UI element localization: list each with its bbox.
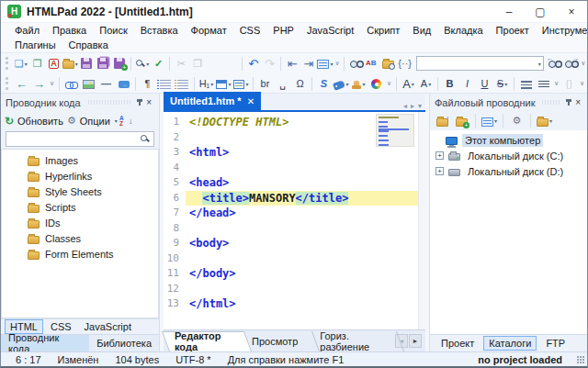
code-snippets-icon[interactable]: ▾ xyxy=(317,55,334,72)
copy-icon[interactable]: ❐ xyxy=(189,55,206,72)
bold-icon[interactable]: B xyxy=(441,75,458,93)
close-panel-icon[interactable]: × xyxy=(143,97,154,107)
pin-icon[interactable] xyxy=(136,97,143,107)
tree-folder-item[interactable]: Hyperlinks xyxy=(2,168,158,184)
gear-icon[interactable]: ⚙ xyxy=(67,115,76,127)
italic-icon[interactable]: I xyxy=(458,75,476,93)
toolbar-overflow-button[interactable]: ∨ xyxy=(580,60,587,67)
close-button[interactable]: × xyxy=(556,1,587,22)
menu-item[interactable]: Правка xyxy=(46,25,93,36)
comment-icon[interactable] xyxy=(115,75,132,93)
save-all-icon[interactable] xyxy=(95,55,111,72)
code-braces-icon[interactable]: {} xyxy=(560,75,578,93)
menu-item[interactable]: Поиск xyxy=(93,25,133,36)
font-size-icon[interactable]: A▾ xyxy=(417,75,435,93)
new-document-icon[interactable]: ❏▾ xyxy=(13,55,29,72)
tab-scroll-left-icon[interactable]: ◂ xyxy=(403,102,407,110)
open-folder-icon[interactable] xyxy=(434,112,451,129)
cut-icon[interactable]: ✂ xyxy=(173,55,189,72)
format-painter-icon[interactable]: ▾ xyxy=(350,75,368,93)
menu-item[interactable]: Вид xyxy=(406,25,437,36)
menu-item[interactable]: Вкладка xyxy=(437,25,489,36)
panel-tab[interactable]: Проводник кода xyxy=(1,335,89,351)
form-icon[interactable]: ▾ xyxy=(232,75,250,93)
find-in-files-icon[interactable] xyxy=(347,55,364,72)
heading-icon[interactable]: H₁▾ xyxy=(198,75,215,93)
quick-search-combobox[interactable]: ▾ xyxy=(416,56,544,71)
tag-icon[interactable]: ▾ xyxy=(333,75,350,93)
unindent-icon[interactable]: ⇤ xyxy=(284,55,300,72)
special-char-icon[interactable]: Ω xyxy=(291,75,309,93)
align-left-icon[interactable] xyxy=(517,75,535,93)
paste-icon[interactable] xyxy=(206,55,222,72)
script-icon[interactable] xyxy=(315,75,333,93)
file-tree-item[interactable]: +Локальный диск (D:) xyxy=(430,163,588,179)
editor-view-tab[interactable]: Гориз. разбиение xyxy=(311,330,395,351)
tree-folder-item[interactable]: IDs xyxy=(2,215,158,230)
color-picker-icon[interactable] xyxy=(368,75,385,93)
strikethrough-icon[interactable]: S▾ xyxy=(493,75,511,93)
code-line[interactable]: 12 xyxy=(164,282,425,297)
panel-tab[interactable]: FTP xyxy=(540,336,571,351)
file-tree-item[interactable]: Этот компьютер xyxy=(430,132,588,148)
document-tab-untitled1[interactable]: Untitled1.htm * ✕ xyxy=(164,92,261,110)
forward-icon[interactable]: → xyxy=(30,75,48,93)
next-view-icon[interactable]: ► xyxy=(409,334,422,348)
underline-icon[interactable]: U xyxy=(476,75,493,93)
code-line[interactable]: 3<html> xyxy=(164,145,425,161)
redo-icon[interactable]: ↷ xyxy=(262,55,278,72)
panel-tab[interactable]: Каталоги xyxy=(483,336,537,351)
find-replace-icon[interactable] xyxy=(364,55,380,72)
new-folder-icon[interactable] xyxy=(453,112,470,129)
tree-folder-item[interactable]: Images xyxy=(2,152,158,168)
menu-item[interactable]: JavaScript xyxy=(300,25,360,36)
find-previous-icon[interactable] xyxy=(547,55,563,72)
bullet-list-icon[interactable] xyxy=(156,75,174,93)
pin-icon[interactable] xyxy=(565,97,572,107)
align-justify-icon[interactable] xyxy=(535,75,552,93)
toolbar-overflow-button[interactable]: ∨ xyxy=(578,80,586,87)
back-icon[interactable]: ← xyxy=(13,75,30,93)
panel-tab[interactable]: Библиотека xyxy=(89,335,159,351)
clipboard-history-icon[interactable] xyxy=(222,55,239,72)
indent-icon[interactable]: ⇥ xyxy=(300,55,317,72)
tree-folder-item[interactable]: Style Sheets xyxy=(2,184,158,199)
code-minimap[interactable] xyxy=(376,114,414,147)
tree-folder-item[interactable]: Scripts xyxy=(2,199,158,215)
quick-search-combobox-input[interactable] xyxy=(417,58,537,69)
file-tree-item[interactable]: +Локальный диск (C:) xyxy=(430,148,588,163)
menu-item[interactable]: Формат xyxy=(185,25,233,36)
undo-icon[interactable]: ↶ xyxy=(245,55,262,72)
resize-grip[interactable] xyxy=(577,356,584,363)
options-button[interactable]: Опции xyxy=(80,116,110,127)
paragraph-icon[interactable]: ¶ xyxy=(139,75,156,93)
find-in-folder-icon[interactable] xyxy=(380,55,397,72)
lang-tab-javascript[interactable]: JavaScript xyxy=(79,319,137,334)
toolbar-overflow-button[interactable]: ∨ xyxy=(552,80,560,87)
code-line[interactable]: 5<head> xyxy=(164,175,425,191)
tree-folder-item[interactable]: Form Elements xyxy=(2,246,158,262)
open-file-icon[interactable]: ▾ xyxy=(62,55,78,72)
code-line[interactable]: 11</body> xyxy=(164,266,425,282)
save-icon[interactable] xyxy=(78,55,95,72)
refresh-button[interactable]: Обновить xyxy=(17,116,63,127)
code-line[interactable]: 4 xyxy=(164,161,425,176)
menu-item[interactable]: Вставка xyxy=(134,25,185,36)
menu-item[interactable]: CSS xyxy=(233,25,267,36)
regex-braces-icon[interactable]: {··} xyxy=(397,55,413,72)
line-break-icon[interactable]: br xyxy=(256,75,274,93)
code-editor[interactable]: 1<!DOCTYPE HTML>23<html>45<head>6 <title… xyxy=(164,112,425,329)
expand-icon[interactable]: + xyxy=(435,167,444,175)
image-icon[interactable] xyxy=(80,75,97,93)
editor-view-tab[interactable]: Просмотр xyxy=(243,330,311,351)
code-line[interactable]: 7</head> xyxy=(164,206,425,221)
code-line[interactable]: 6 <title>MANSORY</title> xyxy=(164,191,425,206)
toolbar-overflow-button[interactable]: ∨ xyxy=(48,80,56,87)
menu-item[interactable]: Файл xyxy=(8,25,46,36)
close-panel-icon[interactable]: × xyxy=(572,97,583,107)
toolbar-overflow-button[interactable]: ∨ xyxy=(385,80,393,87)
tab-list-icon[interactable]: ▾ xyxy=(418,102,422,110)
code-line[interactable]: 13</html> xyxy=(164,296,425,312)
folders-icon[interactable]: ▾ xyxy=(536,112,553,129)
search-input[interactable] xyxy=(10,134,140,144)
